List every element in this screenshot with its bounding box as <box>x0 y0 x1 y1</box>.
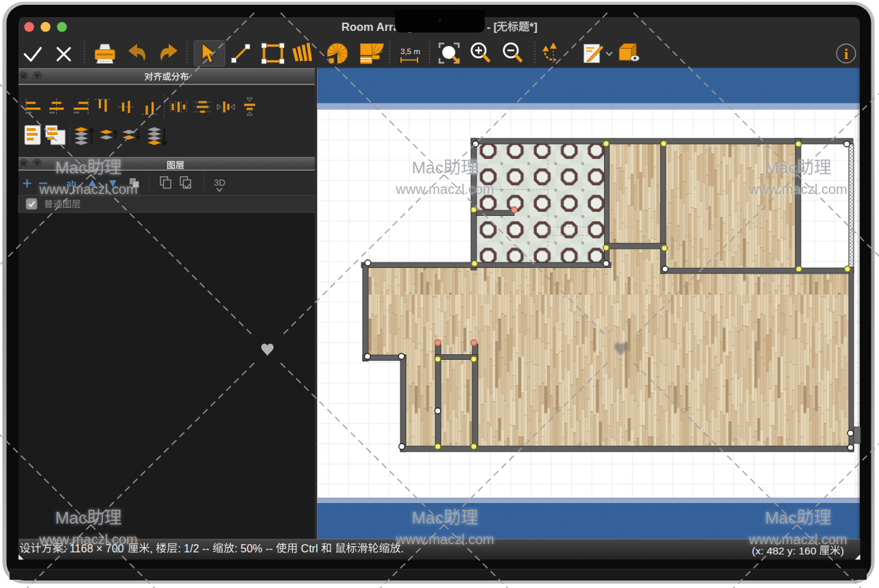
svg-text:Mac: Mac <box>764 158 796 177</box>
svg-text:3D: 3D <box>214 177 226 188</box>
svg-text:Mac: Mac <box>55 158 86 177</box>
svg-text:Mac: Mac <box>411 509 443 527</box>
svg-text:www.maczl.com: www.maczl.com <box>395 182 494 197</box>
svg-text:*]: *] <box>529 21 538 33</box>
svg-text:- [: - [ <box>487 21 498 33</box>
svg-text:www.maczl.com: www.maczl.com <box>38 182 137 197</box>
svg-text:Ctrl: Ctrl <box>298 543 321 554</box>
svg-text:Mac: Mac <box>764 509 796 527</box>
svg-text:Mac: Mac <box>55 509 86 527</box>
svg-text:i: i <box>844 45 848 62</box>
svg-text:: 1/2 --: : 1/2 -- <box>178 543 213 554</box>
svg-text:www.maczl.com: www.maczl.com <box>748 182 847 197</box>
svg-text:: 50% --: : 50% -- <box>234 543 276 554</box>
svg-text:3,5 m: 3,5 m <box>400 47 420 56</box>
svg-text:,: , <box>149 543 156 554</box>
svg-text:www.maczl.com: www.maczl.com <box>38 532 137 547</box>
svg-text:Mac: Mac <box>411 158 443 177</box>
svg-text:www.maczl.com: www.maczl.com <box>395 532 494 547</box>
svg-text:www.maczl.com: www.maczl.com <box>748 532 847 547</box>
